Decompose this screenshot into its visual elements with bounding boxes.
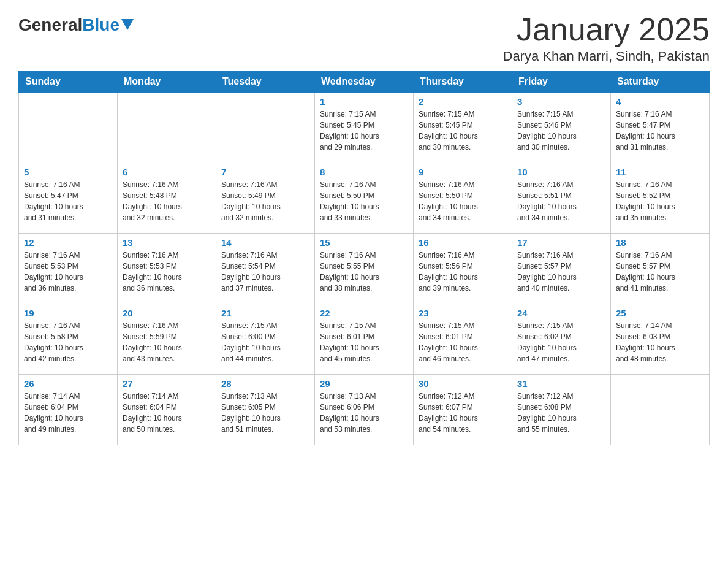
day-info: Sunrise: 7:16 AM Sunset: 5:50 PM Dayligh… bbox=[419, 179, 507, 223]
day-info: Sunrise: 7:16 AM Sunset: 5:47 PM Dayligh… bbox=[24, 179, 112, 223]
calendar-cell bbox=[216, 93, 315, 163]
day-info: Sunrise: 7:16 AM Sunset: 5:50 PM Dayligh… bbox=[320, 179, 408, 223]
calendar-cell: 19Sunrise: 7:16 AM Sunset: 5:58 PM Dayli… bbox=[19, 304, 118, 375]
logo-general-text: General bbox=[18, 15, 82, 35]
calendar-table: SundayMondayTuesdayWednesdayThursdayFrid… bbox=[18, 71, 710, 445]
weekday-header-tuesday: Tuesday bbox=[216, 71, 315, 93]
calendar-cell: 18Sunrise: 7:16 AM Sunset: 5:57 PM Dayli… bbox=[611, 234, 710, 304]
week-row-5: 26Sunrise: 7:14 AM Sunset: 6:04 PM Dayli… bbox=[19, 375, 710, 445]
calendar-cell: 12Sunrise: 7:16 AM Sunset: 5:53 PM Dayli… bbox=[19, 234, 118, 304]
day-info: Sunrise: 7:12 AM Sunset: 6:08 PM Dayligh… bbox=[517, 391, 605, 435]
day-info: Sunrise: 7:16 AM Sunset: 5:55 PM Dayligh… bbox=[320, 250, 408, 294]
logo-blue-text: Blue bbox=[82, 15, 119, 35]
weekday-header-saturday: Saturday bbox=[611, 71, 710, 93]
day-info: Sunrise: 7:16 AM Sunset: 5:56 PM Dayligh… bbox=[419, 250, 507, 294]
day-number: 28 bbox=[221, 378, 309, 389]
calendar-cell: 11Sunrise: 7:16 AM Sunset: 5:52 PM Dayli… bbox=[611, 163, 710, 234]
calendar-cell: 7Sunrise: 7:16 AM Sunset: 5:49 PM Daylig… bbox=[216, 163, 315, 234]
day-number: 23 bbox=[419, 308, 507, 318]
calendar-cell: 24Sunrise: 7:15 AM Sunset: 6:02 PM Dayli… bbox=[512, 304, 611, 375]
calendar-cell: 30Sunrise: 7:12 AM Sunset: 6:07 PM Dayli… bbox=[414, 375, 512, 445]
day-number: 6 bbox=[123, 167, 211, 177]
day-info: Sunrise: 7:14 AM Sunset: 6:04 PM Dayligh… bbox=[123, 391, 211, 435]
calendar-cell: 27Sunrise: 7:14 AM Sunset: 6:04 PM Dayli… bbox=[118, 375, 216, 445]
day-number: 20 bbox=[123, 308, 211, 318]
calendar-cell: 26Sunrise: 7:14 AM Sunset: 6:04 PM Dayli… bbox=[19, 375, 118, 445]
page-header: General Blue January 2025 Darya Khan Mar… bbox=[18, 12, 710, 64]
day-number: 19 bbox=[24, 308, 112, 318]
calendar-cell: 31Sunrise: 7:12 AM Sunset: 6:08 PM Dayli… bbox=[512, 375, 611, 445]
calendar-cell: 14Sunrise: 7:16 AM Sunset: 5:54 PM Dayli… bbox=[216, 234, 315, 304]
calendar-cell: 20Sunrise: 7:16 AM Sunset: 5:59 PM Dayli… bbox=[118, 304, 216, 375]
weekday-header-sunday: Sunday bbox=[19, 71, 118, 93]
day-info: Sunrise: 7:15 AM Sunset: 5:45 PM Dayligh… bbox=[419, 109, 507, 153]
day-info: Sunrise: 7:16 AM Sunset: 5:58 PM Dayligh… bbox=[24, 320, 112, 364]
weekday-header-friday: Friday bbox=[512, 71, 611, 93]
calendar-cell: 22Sunrise: 7:15 AM Sunset: 6:01 PM Dayli… bbox=[315, 304, 414, 375]
calendar-cell: 29Sunrise: 7:13 AM Sunset: 6:06 PM Dayli… bbox=[315, 375, 414, 445]
calendar-cell bbox=[19, 93, 118, 163]
day-number: 4 bbox=[616, 96, 704, 107]
day-info: Sunrise: 7:13 AM Sunset: 6:06 PM Dayligh… bbox=[320, 391, 408, 435]
day-number: 7 bbox=[221, 167, 309, 177]
location-text: Darya Khan Marri, Sindh, Pakistan bbox=[503, 48, 710, 64]
day-info: Sunrise: 7:16 AM Sunset: 5:52 PM Dayligh… bbox=[616, 179, 704, 223]
day-number: 11 bbox=[616, 167, 704, 177]
day-info: Sunrise: 7:16 AM Sunset: 5:51 PM Dayligh… bbox=[517, 179, 605, 223]
day-number: 2 bbox=[419, 96, 507, 107]
day-number: 14 bbox=[221, 237, 309, 248]
day-info: Sunrise: 7:15 AM Sunset: 6:02 PM Dayligh… bbox=[517, 320, 605, 364]
day-number: 1 bbox=[320, 96, 408, 107]
calendar-cell: 9Sunrise: 7:16 AM Sunset: 5:50 PM Daylig… bbox=[414, 163, 512, 234]
day-info: Sunrise: 7:15 AM Sunset: 6:01 PM Dayligh… bbox=[320, 320, 408, 364]
day-number: 9 bbox=[419, 167, 507, 177]
day-number: 8 bbox=[320, 167, 408, 177]
day-number: 3 bbox=[517, 96, 605, 107]
day-info: Sunrise: 7:16 AM Sunset: 5:53 PM Dayligh… bbox=[24, 250, 112, 294]
month-title: January 2025 bbox=[503, 12, 710, 47]
day-info: Sunrise: 7:15 AM Sunset: 6:00 PM Dayligh… bbox=[221, 320, 309, 364]
day-info: Sunrise: 7:16 AM Sunset: 5:47 PM Dayligh… bbox=[616, 109, 704, 153]
day-number: 30 bbox=[419, 378, 507, 389]
day-number: 22 bbox=[320, 308, 408, 318]
day-info: Sunrise: 7:16 AM Sunset: 5:48 PM Dayligh… bbox=[123, 179, 211, 223]
day-number: 17 bbox=[517, 237, 605, 248]
day-info: Sunrise: 7:12 AM Sunset: 6:07 PM Dayligh… bbox=[419, 391, 507, 435]
calendar-cell: 25Sunrise: 7:14 AM Sunset: 6:03 PM Dayli… bbox=[611, 304, 710, 375]
day-number: 5 bbox=[24, 167, 112, 177]
day-number: 31 bbox=[517, 378, 605, 389]
calendar-cell: 8Sunrise: 7:16 AM Sunset: 5:50 PM Daylig… bbox=[315, 163, 414, 234]
calendar-cell bbox=[611, 375, 710, 445]
day-info: Sunrise: 7:16 AM Sunset: 5:57 PM Dayligh… bbox=[616, 250, 704, 294]
calendar-cell: 28Sunrise: 7:13 AM Sunset: 6:05 PM Dayli… bbox=[216, 375, 315, 445]
day-number: 21 bbox=[221, 308, 309, 318]
day-number: 26 bbox=[24, 378, 112, 389]
week-row-3: 12Sunrise: 7:16 AM Sunset: 5:53 PM Dayli… bbox=[19, 234, 710, 304]
calendar-cell: 3Sunrise: 7:15 AM Sunset: 5:46 PM Daylig… bbox=[512, 93, 611, 163]
day-number: 27 bbox=[123, 378, 211, 389]
title-block: January 2025 Darya Khan Marri, Sindh, Pa… bbox=[503, 12, 710, 64]
calendar-cell: 5Sunrise: 7:16 AM Sunset: 5:47 PM Daylig… bbox=[19, 163, 118, 234]
day-info: Sunrise: 7:15 AM Sunset: 5:46 PM Dayligh… bbox=[517, 109, 605, 153]
calendar-cell bbox=[118, 93, 216, 163]
day-number: 25 bbox=[616, 308, 704, 318]
day-info: Sunrise: 7:16 AM Sunset: 5:53 PM Dayligh… bbox=[123, 250, 211, 294]
day-info: Sunrise: 7:13 AM Sunset: 6:05 PM Dayligh… bbox=[221, 391, 309, 435]
calendar-cell: 6Sunrise: 7:16 AM Sunset: 5:48 PM Daylig… bbox=[118, 163, 216, 234]
day-info: Sunrise: 7:14 AM Sunset: 6:03 PM Dayligh… bbox=[616, 320, 704, 364]
day-number: 18 bbox=[616, 237, 704, 248]
day-info: Sunrise: 7:16 AM Sunset: 5:54 PM Dayligh… bbox=[221, 250, 309, 294]
day-info: Sunrise: 7:15 AM Sunset: 5:45 PM Dayligh… bbox=[320, 109, 408, 153]
week-row-1: 1Sunrise: 7:15 AM Sunset: 5:45 PM Daylig… bbox=[19, 93, 710, 163]
week-row-4: 19Sunrise: 7:16 AM Sunset: 5:58 PM Dayli… bbox=[19, 304, 710, 375]
day-number: 15 bbox=[320, 237, 408, 248]
day-info: Sunrise: 7:16 AM Sunset: 5:49 PM Dayligh… bbox=[221, 179, 309, 223]
weekday-header-wednesday: Wednesday bbox=[315, 71, 414, 93]
calendar-cell: 15Sunrise: 7:16 AM Sunset: 5:55 PM Dayli… bbox=[315, 234, 414, 304]
calendar-cell: 16Sunrise: 7:16 AM Sunset: 5:56 PM Dayli… bbox=[414, 234, 512, 304]
calendar-cell: 23Sunrise: 7:15 AM Sunset: 6:01 PM Dayli… bbox=[414, 304, 512, 375]
weekday-header-thursday: Thursday bbox=[414, 71, 512, 93]
logo-triangle-icon bbox=[121, 19, 134, 30]
day-number: 24 bbox=[517, 308, 605, 318]
day-info: Sunrise: 7:16 AM Sunset: 5:57 PM Dayligh… bbox=[517, 250, 605, 294]
